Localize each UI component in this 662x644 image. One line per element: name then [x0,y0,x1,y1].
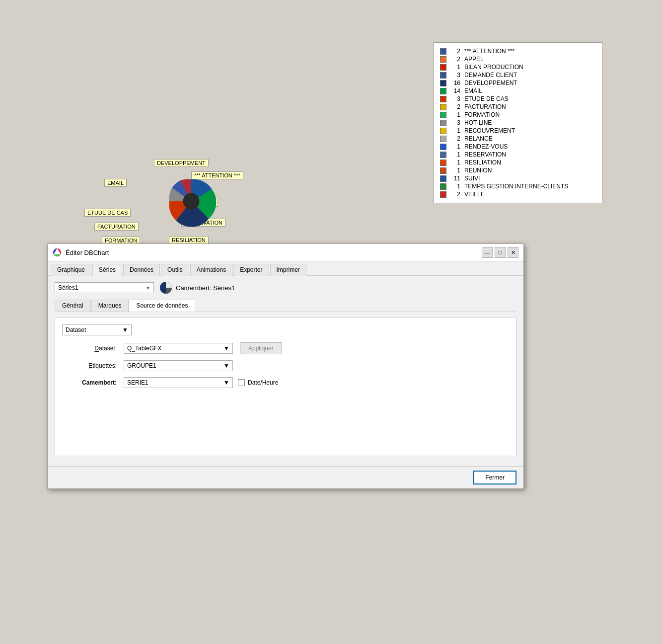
etiquettes-row: Etiquettes: GROUPE1 ▼ [62,360,509,371]
legend-color-swatch [440,120,446,126]
legend-count: 2 [449,135,460,142]
legend-count: 11 [449,175,460,182]
apply-button[interactable]: Appliquer [240,342,282,354]
etiquettes-arrow: ▼ [223,362,229,369]
fermer-button[interactable]: Fermer [473,471,516,484]
etiquettes-select[interactable]: GROUPE1 ▼ [124,360,233,371]
legend-color-swatch [440,152,446,158]
close-button[interactable]: ✕ [508,247,518,258]
minimize-button[interactable]: — [482,247,493,258]
source-select[interactable]: Dataset ▼ [62,324,132,335]
legend-item: 1 RESILIATION [440,159,596,166]
legend-item: 2 APPEL [440,56,596,63]
legend-item: 3 ETUDE DE CAS [440,95,596,102]
legend-color-swatch [440,48,446,55]
legend-color-swatch [440,88,446,94]
main-tab-données[interactable]: Données [123,264,160,276]
legend-color-swatch [440,175,446,182]
legend-color-swatch [440,64,446,71]
legend-item: 2 FACTURATION [440,103,596,110]
legend-label: EMAIL [464,87,482,94]
sub-tab-source-de-données[interactable]: Source de données [129,300,195,312]
legend-color-swatch [440,136,446,142]
dataset-select-value: Q_TableGFX [127,345,161,352]
maximize-button[interactable]: □ [495,247,506,258]
legend-label: HOT-LINE [464,119,492,126]
legend-color-swatch [440,56,446,63]
legend-item: 16 DEVELOPPEMENT [440,80,596,86]
main-tab-séries[interactable]: Séries [92,264,122,276]
date-heure-label: Date/Heure [248,379,278,386]
modal-footer: Fermer [48,466,523,488]
main-tab-exporter[interactable]: Exporter [233,264,269,276]
legend-count: 1 [449,64,460,71]
camembert-select[interactable]: SERIE1 ▼ [124,377,233,388]
main-tab-bar: GraphiqueSériesDonnéesOutilsAnimationsEx… [48,261,523,276]
legend-color-swatch [440,104,446,110]
pie-chart-label: FACTURATION [94,223,139,231]
legend-color-swatch [440,160,446,166]
legend-item: 2 RELANCE [440,135,596,142]
legend-label: RESERVATION [464,151,506,158]
camembert-label: Camembert: [62,379,117,386]
legend-color-swatch [440,191,446,198]
main-tab-animations[interactable]: Animations [190,264,232,276]
legend-count: 3 [449,95,460,102]
legend-label: DEMANDE CLIENT [464,72,517,79]
legend-item: 3 HOT-LINE [440,119,596,126]
legend-color-swatch [440,80,446,86]
legend-label: RELANCE [464,135,493,142]
main-tab-outils[interactable]: Outils [161,264,189,276]
main-tab-graphique[interactable]: Graphique [51,264,91,276]
source-dropdown-row: Dataset ▼ [62,324,509,335]
legend-item: 1 FORMATION [440,111,596,118]
source-arrow: ▼ [122,326,128,333]
series-select[interactable]: Séries1 ▼ [55,282,154,293]
legend-label: RESILIATION [464,159,501,166]
legend-count: 1 [449,159,460,166]
app-icon [53,248,62,257]
sub-tab-marques[interactable]: Marques [91,300,129,312]
legend-count: 1 [449,167,460,174]
legend-label: APPEL [464,56,484,63]
series-select-value: Séries1 [58,284,78,291]
legend-label: VEILLE [464,191,485,198]
dataset-arrow: ▼ [223,345,229,352]
legend-label: RENDEZ-VOUS [464,143,508,150]
legend-item: 1 RECOUVREMENT [440,127,596,134]
etiquettes-label-rest: tiquettes: [92,362,117,369]
sub-tab-bar: GénéralMarquesSource de données [55,300,516,312]
legend-color-swatch [440,128,446,134]
legend-count: 1 [449,111,460,118]
legend-item: 1 REUNION [440,167,596,174]
legend-label: FACTURATION [464,103,506,110]
dataset-label: Dataset: [62,345,117,352]
legend-item: 1 RENDEZ-VOUS [440,143,596,150]
legend-item: 1 BILAN PRODUCTION [440,64,596,71]
etiquettes-label: Etiquettes: [62,362,117,369]
legend-box: 2 *** ATTENTION *** 2 APPEL 1 BILAN PROD… [434,42,602,203]
sub-tab-général[interactable]: Général [55,300,91,312]
series-selector-row: Séries1 ▼ Camembert: Séries1 [55,281,516,295]
series-pie-label: Camembert: Séries1 [176,284,235,292]
main-tab-imprimer[interactable]: Imprimer [270,264,306,276]
legend-item: 1 RESERVATION [440,151,596,158]
date-heure-checkbox[interactable] [238,379,245,386]
dataset-select[interactable]: Q_TableGFX ▼ [124,343,233,354]
legend-count: 1 [449,143,460,150]
camembert-arrow: ▼ [223,379,229,386]
legend-count: 2 [449,48,460,55]
pie-chart-label: DEVELOPPEMENT [154,159,209,167]
pie-chart-svg [164,174,219,229]
legend-label: ETUDE DE CAS [464,95,509,102]
legend-color-swatch [440,183,446,190]
dataset-label-rest: ataset: [99,345,117,352]
dataset-label-d: D [94,345,99,352]
pie-chart-label: EMAIL [104,179,127,187]
legend-color-swatch [440,144,446,150]
svg-point-1 [183,193,200,210]
legend-label: RECOUVREMENT [464,127,515,134]
series-select-arrow: ▼ [146,285,150,291]
modal-title: Éditer DBChart [66,249,109,256]
series-pie-icon [159,281,173,295]
